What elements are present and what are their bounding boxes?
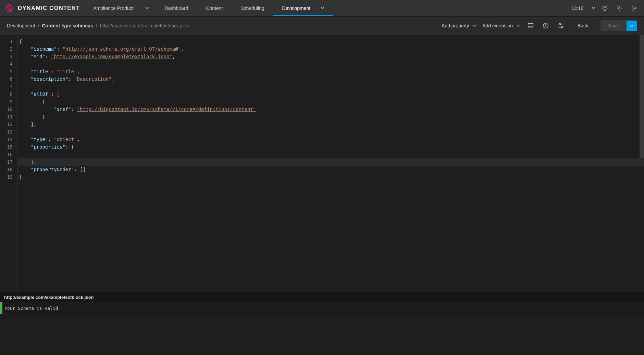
chevron-down-icon: [516, 24, 520, 28]
line-gutter: 12345678910111213141516171819: [0, 35, 18, 292]
status-stripe-valid: [0, 302, 2, 314]
scrollbar-thumb[interactable]: [640, 35, 644, 158]
add-extension-button[interactable]: Add extension: [482, 23, 520, 28]
gear-icon: [616, 5, 622, 11]
tab-label: Development: [282, 5, 311, 11]
brand: DYNAMIC CONTENT: [0, 0, 86, 16]
help-button[interactable]: [600, 3, 610, 13]
chevron-down-icon: [630, 24, 634, 28]
status-file-path: http://example.com/exampletextblock.json: [4, 295, 94, 300]
tab-label: Dashboard: [165, 5, 188, 11]
workspace-dropdown[interactable]: Amplience Product: [86, 0, 156, 16]
status-file-bar: http://example.com/exampletextblock.json: [0, 292, 644, 302]
save-button[interactable]: Save: [600, 20, 627, 31]
brand-text: DYNAMIC CONTENT: [18, 5, 80, 12]
svg-point-6: [561, 26, 562, 28]
time-dropdown[interactable]: 13:16: [571, 5, 595, 11]
help-icon: [602, 5, 608, 11]
breadcrumb-schemas[interactable]: Content type schemas: [42, 23, 93, 28]
tab-scheduling[interactable]: Scheduling: [232, 0, 273, 16]
breadcrumb-sep: /: [38, 23, 39, 28]
chevron-down-icon: [592, 6, 595, 10]
chevron-down-icon: [321, 6, 324, 10]
code-editor[interactable]: 12345678910111213141516171819 { "$schema…: [0, 35, 644, 292]
panel-toggle-button[interactable]: [526, 21, 535, 30]
back-button[interactable]: Back: [571, 23, 594, 28]
logout-button[interactable]: [629, 3, 639, 13]
add-extension-label: Add extension: [482, 23, 513, 28]
status-message-bar: Your Schema is valid: [0, 302, 644, 314]
save-split-button[interactable]: [627, 21, 637, 31]
chevron-down-icon: [472, 24, 476, 28]
brand-logo-icon: [4, 3, 14, 13]
breadcrumb: Development / Content type schemas / htt…: [7, 23, 189, 28]
tab-label: Scheduling: [240, 5, 264, 11]
status-message: Your Schema is valid: [2, 306, 58, 311]
tab-label: Content: [206, 5, 223, 11]
history-icon: [542, 22, 549, 29]
code-body[interactable]: { "$schema": "http://json-schema.org/dra…: [18, 35, 644, 292]
svg-rect-4: [528, 26, 533, 28]
breadcrumb-sep: /: [96, 23, 97, 28]
chevron-down-icon: [145, 6, 149, 10]
save-button-group: Save: [600, 20, 637, 31]
top-nav: DYNAMIC CONTENT Amplience Product Dashbo…: [0, 0, 644, 16]
workspace-label: Amplience Product: [93, 5, 134, 11]
nav-right: 13:16: [571, 0, 644, 16]
svg-point-2: [619, 7, 620, 9]
svg-rect-3: [528, 24, 533, 25]
svg-point-5: [559, 23, 560, 25]
history-button[interactable]: [541, 21, 550, 30]
sub-actions: Add property Add extension Back Save: [442, 20, 637, 31]
settings-button[interactable]: [615, 3, 624, 13]
tab-development[interactable]: Development: [273, 0, 334, 16]
breadcrumb-current: http://example.com/exampletextblock.json: [100, 23, 189, 28]
sliders-button[interactable]: [556, 21, 565, 30]
sliders-icon: [557, 22, 565, 29]
bottom-fill: [0, 314, 644, 355]
sub-toolbar: Development / Content type schemas / htt…: [0, 16, 644, 35]
clock-text: 13:16: [571, 5, 583, 11]
nav-tabs: Dashboard Content Scheduling Development: [156, 0, 333, 16]
logout-icon: [631, 5, 637, 11]
tab-content[interactable]: Content: [197, 0, 232, 16]
breadcrumb-development[interactable]: Development: [7, 23, 35, 28]
svg-point-1: [605, 9, 605, 10]
add-property-button[interactable]: Add property: [442, 23, 476, 28]
tab-dashboard[interactable]: Dashboard: [156, 0, 197, 16]
panel-icon: [527, 22, 534, 29]
add-property-label: Add property: [442, 23, 469, 28]
